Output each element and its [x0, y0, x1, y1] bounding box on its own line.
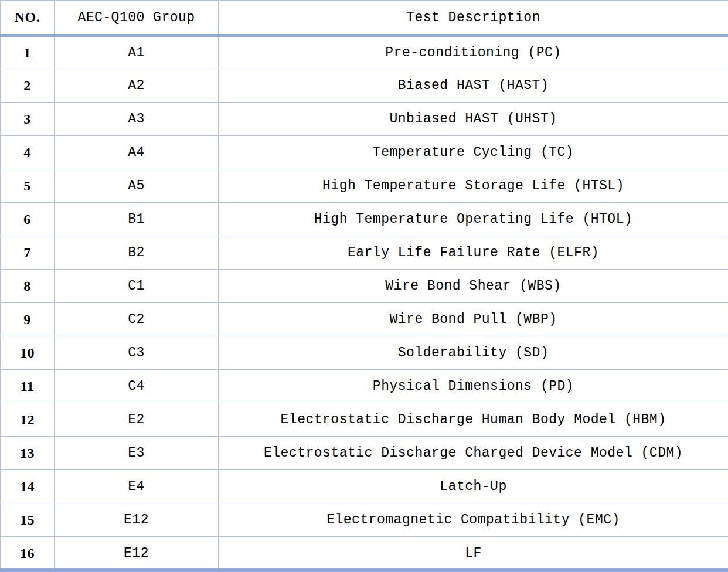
- cell-group: C4: [55, 370, 219, 403]
- cell-description: High Temperature Storage Life (HTSL): [219, 169, 728, 203]
- table-row: 10 C3 Solderability (SD): [1, 336, 728, 370]
- cell-description: Electromagnetic Compatibility (EMC): [219, 503, 728, 537]
- cell-group: C2: [55, 303, 219, 336]
- table-row: 9 C2 Wire Bond Pull (WBP): [1, 303, 728, 336]
- cell-no: 11: [1, 370, 55, 403]
- cell-description: Biased HAST (HAST): [219, 69, 728, 103]
- table-row: 8 C1 Wire Bond Shear (WBS): [1, 270, 728, 303]
- table-row: 14 E4 Latch-Up: [1, 470, 728, 503]
- table-row: 16 E12 LF: [1, 537, 728, 570]
- cell-no: 15: [1, 503, 55, 537]
- cell-no: 3: [1, 103, 55, 136]
- cell-group: C1: [55, 270, 219, 303]
- header-row: NO. AEC-Q100 Group Test Description: [1, 1, 728, 36]
- cell-description: LF: [219, 537, 728, 570]
- table-row: 15 E12 Electromagnetic Compatibility (EM…: [1, 503, 728, 537]
- cell-description: Latch-Up: [219, 470, 728, 503]
- cell-no: 9: [1, 303, 55, 336]
- cell-no: 12: [1, 403, 55, 437]
- header-cell-group: AEC-Q100 Group: [55, 1, 219, 36]
- cell-no: 10: [1, 336, 55, 370]
- table-row: 7 B2 Early Life Failure Rate (ELFR): [1, 236, 728, 270]
- cell-group: A1: [55, 36, 219, 69]
- table-row: 11 C4 Physical Dimensions (PD): [1, 370, 728, 403]
- document-page: NO. AEC-Q100 Group Test Description 1 A1…: [0, 0, 728, 572]
- cell-description: Physical Dimensions (PD): [219, 370, 728, 403]
- cell-description: Solderability (SD): [219, 336, 728, 370]
- cell-description: Wire Bond Shear (WBS): [219, 270, 728, 303]
- cell-no: 4: [1, 136, 55, 169]
- table-row: 3 A3 Unbiased HAST (UHST): [1, 103, 728, 136]
- table-row: 2 A2 Biased HAST (HAST): [1, 69, 728, 103]
- cell-no: 1: [1, 36, 55, 69]
- table-row: 1 A1 Pre-conditioning (PC): [1, 36, 728, 69]
- cell-no: 6: [1, 203, 55, 236]
- table-row: 12 E2 Electrostatic Discharge Human Body…: [1, 403, 728, 437]
- cell-description: Temperature Cycling (TC): [219, 136, 728, 169]
- table-row: 4 A4 Temperature Cycling (TC): [1, 136, 728, 169]
- cell-description: Unbiased HAST (UHST): [219, 103, 728, 136]
- cell-group: A5: [55, 169, 219, 203]
- cell-group: E2: [55, 403, 219, 437]
- aec-q100-test-table: NO. AEC-Q100 Group Test Description 1 A1…: [0, 0, 728, 570]
- cell-description: Electrostatic Discharge Charged Device M…: [219, 437, 728, 470]
- cell-no: 2: [1, 69, 55, 103]
- cell-group: E3: [55, 437, 219, 470]
- cell-description: Electrostatic Discharge Human Body Model…: [219, 403, 728, 437]
- table-row: 13 E3 Electrostatic Discharge Charged De…: [1, 437, 728, 470]
- table-body: 1 A1 Pre-conditioning (PC) 2 A2 Biased H…: [1, 36, 728, 570]
- header-cell-description: Test Description: [219, 1, 728, 36]
- cell-no: 16: [1, 537, 55, 570]
- cell-group: C3: [55, 336, 219, 370]
- cell-group: A4: [55, 136, 219, 169]
- cell-group: E4: [55, 470, 219, 503]
- cell-no: 5: [1, 169, 55, 203]
- cell-no: 14: [1, 470, 55, 503]
- cell-group: B2: [55, 236, 219, 270]
- cell-no: 7: [1, 236, 55, 270]
- cell-description: Wire Bond Pull (WBP): [219, 303, 728, 336]
- table-row: 5 A5 High Temperature Storage Life (HTSL…: [1, 169, 728, 203]
- header-cell-no: NO.: [1, 1, 55, 36]
- cell-description: Early Life Failure Rate (ELFR): [219, 236, 728, 270]
- table-row: 6 B1 High Temperature Operating Life (HT…: [1, 203, 728, 236]
- cell-group: E12: [55, 503, 219, 537]
- cell-group: E12: [55, 537, 219, 570]
- cell-group: B1: [55, 203, 219, 236]
- cell-description: Pre-conditioning (PC): [219, 36, 728, 69]
- cell-no: 13: [1, 437, 55, 470]
- cell-group: A3: [55, 103, 219, 136]
- cell-description: High Temperature Operating Life (HTOL): [219, 203, 728, 236]
- cell-group: A2: [55, 69, 219, 103]
- cell-no: 8: [1, 270, 55, 303]
- table-header: NO. AEC-Q100 Group Test Description: [1, 1, 728, 36]
